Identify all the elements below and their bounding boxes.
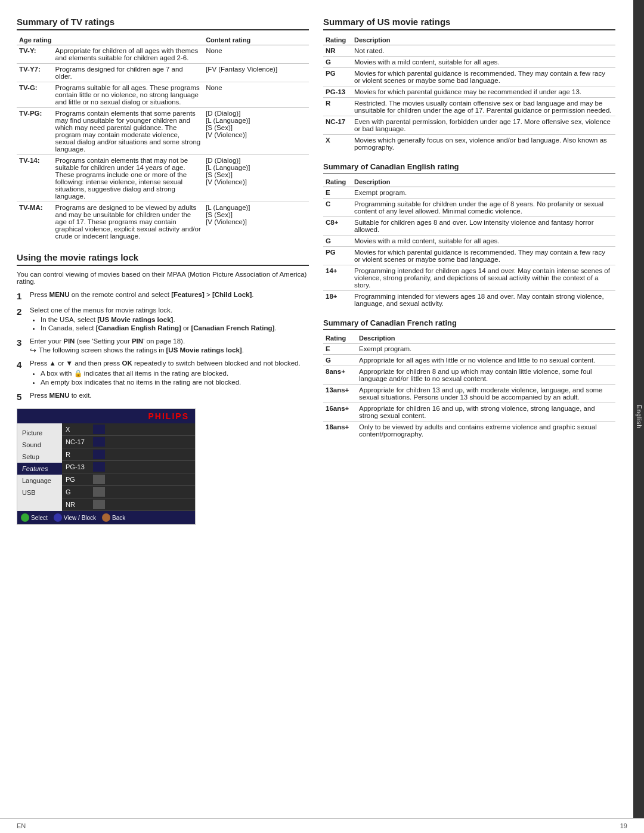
tv-footer-btn: View / Block — [54, 513, 96, 522]
can-en-desc: Exempt program. — [352, 187, 615, 199]
tv-rating-block — [93, 475, 105, 484]
step-item: 2Select one of the menus for movie ratin… — [17, 306, 309, 333]
can-fr-rating-row: 8ans+Appropriate for children 8 and up w… — [323, 366, 615, 385]
can-fr-code: 16ans+ — [323, 403, 357, 422]
can-fr-rating-row: 18ans+Only to be viewed by adults and co… — [323, 422, 615, 440]
can-fr-col1: Rating — [323, 333, 357, 343]
us-rating-code: NR — [323, 45, 352, 57]
can-en-rating-row: C8+Suitable for children ages 8 and over… — [323, 217, 615, 236]
can-en-code: 18+ — [323, 291, 352, 309]
page: Summary of TV ratings Age rating Content… — [0, 0, 644, 833]
tv-rating-row: TV-G: Programs suitable for all ages. Th… — [17, 82, 309, 108]
tv-menu-item[interactable]: Picture — [17, 427, 62, 439]
tv-desc: Programs designed for children age 7 and… — [53, 64, 204, 82]
tv-rating-row: TV-Y7: Programs designed for children ag… — [17, 64, 309, 82]
can-en-code: PG — [323, 247, 352, 265]
tv-ratings-list: XNC-17RPG-13PGGNR — [62, 423, 195, 511]
step-bullets: A box with 🔒 indicates that all items in… — [30, 369, 309, 386]
tv-rating-row: TV-PG: Programs contain elements that so… — [17, 108, 309, 155]
brand-logo: PHILIPS — [148, 411, 189, 421]
tv-rating-label-mock: X — [62, 426, 93, 433]
tv-desc: Programs suitable for all ages. These pr… — [53, 82, 204, 108]
us-rating-desc: Even with parental permission, forbidden… — [352, 116, 615, 135]
can-en-desc: Programming intended for viewers ages 18… — [352, 291, 615, 309]
us-rating-row: PG-13Movies for which parental guidance … — [323, 86, 615, 98]
us-rating-code: X — [323, 135, 352, 153]
tv-body: PictureSoundSetupFeaturesLanguageUSB XNC… — [17, 423, 195, 511]
us-rating-code: PG — [323, 68, 352, 86]
tv-menu-item[interactable]: Sound — [17, 439, 62, 451]
tv-desc: Programs contain elements that may not b… — [53, 155, 204, 202]
tv-col1-header: Age rating — [17, 35, 203, 45]
can-fr-rating-row: GAppropriate for all ages with little or… — [323, 355, 615, 366]
tv-rating-label-mock: G — [62, 488, 93, 496]
tv-footer-label: Back — [112, 515, 125, 521]
step-number: 3 — [17, 337, 26, 348]
using-lock-title: Using the movie ratings lock — [17, 252, 309, 266]
step-item: 5Press MENU to exit. — [17, 392, 309, 402]
tv-rating-row-mockup: R — [62, 448, 195, 461]
can-en-col1: Rating — [323, 177, 352, 187]
can-fr-rating-row: 13ans+Appropriate for children 13 and up… — [323, 385, 615, 403]
tv-content: [L (Language)][S (Sex)][V (Violence)] — [203, 202, 309, 242]
tv-menu-item[interactable]: Features — [17, 463, 62, 475]
tv-rating-row-mockup: G — [62, 486, 195, 498]
can-fr-code: 13ans+ — [323, 385, 357, 403]
right-column: Summary of US movie ratings Rating Descr… — [323, 17, 615, 816]
tv-code: TV-Y: — [17, 45, 53, 64]
sidebar-label: English — [636, 405, 642, 429]
tv-footer-btn: Select — [21, 513, 48, 522]
canadian-english-title: Summary of Canadian English rating — [323, 162, 615, 174]
tv-rating-label-mock: PG-13 — [62, 463, 93, 470]
can-en-code: G — [323, 236, 352, 247]
can-fr-col2: Description — [357, 333, 615, 343]
step-bullet: In Canada, select [Canadian English Rati… — [41, 324, 309, 332]
step-number: 5 — [17, 392, 26, 402]
tv-menu-item[interactable]: Language — [17, 475, 62, 487]
step-number: 4 — [17, 360, 26, 370]
using-lock-intro: You can control viewing of movies based … — [17, 271, 309, 285]
tv-menu-item[interactable]: Setup — [17, 451, 62, 463]
steps: 1Press MENU on the remote control and se… — [17, 291, 309, 402]
step-bullet: An empty box indicates that no items in … — [41, 379, 309, 386]
tv-rating-row-mockup: PG — [62, 473, 195, 486]
can-en-rating-row: CProgramming suitable for children under… — [323, 199, 615, 217]
us-rating-row: XMovies which generally focus on sex, vi… — [323, 135, 615, 153]
can-fr-code: G — [323, 355, 357, 366]
tv-menu-item[interactable]: USB — [17, 487, 62, 498]
footer: EN 19 — [0, 818, 644, 833]
tv-code: TV-14: — [17, 155, 53, 202]
us-rating-code: R — [323, 98, 352, 116]
tv-rating-block — [93, 437, 105, 447]
can-fr-code: E — [323, 343, 357, 355]
tv-rating-block — [93, 425, 105, 434]
tv-menu: PictureSoundSetupFeaturesLanguageUSB — [17, 423, 62, 511]
can-en-rating-row: GMovies with a mild content, suitable fo… — [323, 236, 615, 247]
can-fr-rating-row: 16ans+Appropriate for children 16 and up… — [323, 403, 615, 422]
step-item: 1Press MENU on the remote control and se… — [17, 291, 309, 302]
tv-footer-label: View / Block — [64, 515, 96, 521]
tv-rating-row-mockup: PG-13 — [62, 461, 195, 473]
us-rating-row: NRNot rated. — [323, 45, 615, 57]
arrow-text: The following screen shows the ratings i… — [39, 346, 244, 354]
step-text: Press MENU on the remote control and sel… — [30, 291, 254, 298]
tv-rating-row-mockup: X — [62, 423, 195, 436]
tv-footer-icon — [21, 513, 29, 522]
step-number: 2 — [17, 306, 26, 317]
tv-rating-block — [93, 487, 105, 497]
tv-rating-block — [93, 450, 105, 459]
can-en-desc: Programming suitable for children under … — [352, 199, 615, 217]
step-text: Press MENU to exit. — [30, 392, 92, 399]
tv-mockup: PHILIPS PictureSoundSetupFeaturesLanguag… — [17, 408, 196, 525]
step-text: Select one of the menus for movie rating… — [30, 306, 172, 314]
can-fr-rating-row: EExempt program. — [323, 343, 615, 355]
tv-footer-btn: Back — [102, 513, 125, 522]
us-col1: Rating — [323, 35, 352, 45]
us-rating-row: GMovies with a mild content, suitable fo… — [323, 57, 615, 68]
can-en-desc: Suitable for children ages 8 and over. L… — [352, 217, 615, 236]
can-en-rating-row: PGMovies for which parental guidance is … — [323, 247, 615, 265]
us-rating-desc: Not rated. — [352, 45, 615, 57]
tv-rating-block — [93, 500, 105, 509]
tv-desc: Programs contain elements that some pare… — [53, 108, 204, 155]
can-fr-code: 8ans+ — [323, 366, 357, 385]
